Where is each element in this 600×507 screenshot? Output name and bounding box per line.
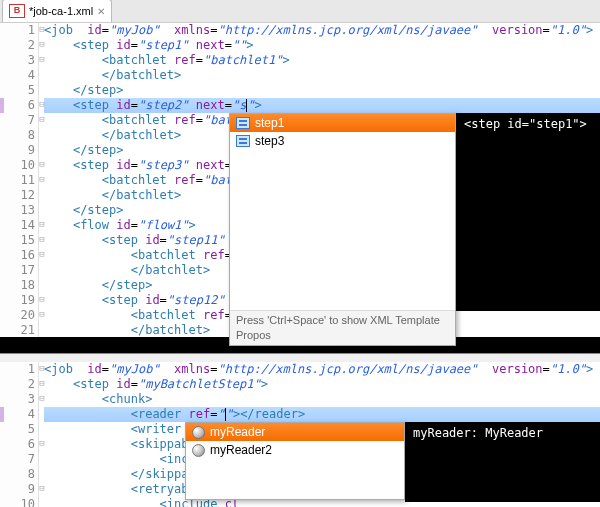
completion-label: step1 (255, 116, 284, 131)
editor-tab[interactable]: B *job-ca-1.xml ✕ (2, 0, 112, 22)
content-assist-popup[interactable]: step1 step3 Press 'Ctrl+Space' to show X… (229, 113, 456, 346)
content-assist-popup[interactable]: myReader myReader2 (185, 422, 405, 500)
editor-bottom[interactable]: ⊟1⊟2⊟345⊟678⊟910 <job id="myJob" xmlns="… (0, 362, 600, 507)
enum-icon (236, 117, 250, 129)
completion-label: myReader (210, 425, 265, 440)
completion-label: step3 (255, 134, 284, 149)
gutter: ⊟1⊟2⊟345⊟678⊟910 (0, 362, 39, 507)
gutter: ⊟1⊟2⊟345⊟6⊟789⊟10⊟111213⊟14⊟15⊟161718⊟19… (0, 23, 39, 338)
batch-file-icon: B (9, 4, 25, 18)
documentation-popup: myReader: MyReader (405, 422, 600, 502)
bean-icon (192, 444, 205, 457)
editor-tab-bar: B *job-ca-1.xml ✕ (0, 0, 600, 23)
bean-icon (192, 426, 205, 439)
close-icon[interactable]: ✕ (97, 6, 105, 17)
popup-hint: Press 'Ctrl+Space' to show XML Template … (230, 310, 455, 345)
completion-item[interactable]: myReader2 (186, 441, 404, 459)
completion-item[interactable]: step1 (230, 114, 455, 132)
tab-filename: *job-ca-1.xml (29, 5, 93, 17)
completion-label: myReader2 (210, 443, 272, 458)
completion-item[interactable]: step3 (230, 132, 455, 150)
editor-top[interactable]: ⊟1⊟2⊟345⊟6⊟789⊟10⊟111213⊟14⊟15⊟161718⊟19… (0, 23, 600, 337)
documentation-popup: <step id="step1"> (456, 113, 600, 311)
enum-icon (236, 135, 250, 147)
completion-item[interactable]: myReader (186, 423, 404, 441)
